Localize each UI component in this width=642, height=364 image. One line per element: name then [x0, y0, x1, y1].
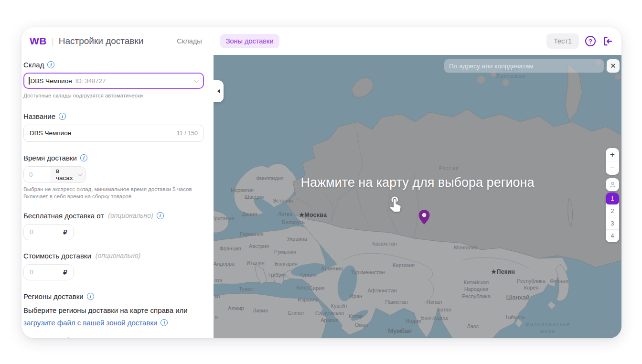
free-from-input[interactable]: 0 ₽ [23, 224, 74, 240]
warehouse-helper: Доступные склады подгрузятся автоматичес… [23, 92, 204, 100]
name-label: Название i [23, 112, 204, 120]
geolocation-button[interactable] [606, 178, 619, 191]
delivery-settings-window: WB | Настройки доставки Склады Зоны дост… [21, 27, 621, 338]
delivery-time-helper-1: Выбран не экспресс склад, минимальное вр… [23, 186, 204, 193]
map-level-button-2[interactable]: 2 [606, 205, 619, 217]
map-level-button-4[interactable]: 4 [606, 230, 619, 242]
upload-zone-file-link[interactable]: загрузите файл с вашей зоной доставки i [23, 319, 168, 327]
regions-info-icon[interactable]: i [87, 293, 94, 300]
upload-info-icon[interactable]: i [160, 319, 168, 326]
cost-input[interactable]: 0 ₽ [23, 264, 74, 280]
warehouse-label: Склад i [23, 61, 204, 69]
regions-hint: Выберите регионы доставки на карте справ… [23, 305, 204, 316]
header: WB | Настройки доставки Склады Зоны дост… [21, 27, 621, 55]
map-level-button-1[interactable]: 1 [606, 193, 619, 205]
chevron-left-icon [217, 89, 220, 93]
delivery-time-helper-2: Включает в себя время на сборку товаров [23, 193, 204, 201]
char-counter: 11 / 150 [177, 130, 198, 137]
clear-regions-link[interactable]: Очистить выбранные регионы [23, 336, 124, 338]
tabs: Склады Зоны доставки [171, 34, 279, 48]
panel-collapse-handle[interactable] [214, 80, 224, 102]
cost-label: Стоимость доставки (опционально) [23, 252, 204, 260]
map-level-button-3[interactable]: 3 [606, 217, 619, 230]
name-input[interactable]: DBS Чемпион 11 / 150 [23, 125, 204, 142]
map[interactable]: Море ЛаптевыхРоссияФинляндияНорвегияШвец… [214, 55, 621, 338]
delivery-time-label: Время доставки i [23, 154, 204, 162]
map-geography [214, 55, 621, 338]
logout-icon[interactable] [602, 36, 613, 47]
ruble-sign: ₽ [63, 268, 67, 276]
person-icon [609, 181, 616, 188]
regions-label: Регионы доставки i [23, 292, 204, 300]
user-button[interactable]: Тест1 [546, 33, 579, 49]
name-info-icon[interactable]: i [59, 113, 66, 120]
delivery-time-info-icon[interactable]: i [80, 154, 87, 161]
region-level-buttons: 1234 [606, 193, 619, 242]
warehouse-select[interactable]: DBS Чемпион ID: 348727 [23, 73, 204, 89]
help-icon[interactable]: ? [585, 36, 596, 46]
chevron-down-icon [78, 171, 83, 176]
tab-warehouses[interactable]: Склады [171, 34, 207, 48]
zoom-in-button[interactable]: + [606, 148, 619, 161]
header-right: Тест1 ? [546, 33, 613, 49]
wb-logo: WB [30, 35, 47, 47]
header-divider: | [52, 36, 54, 46]
settings-panel: Склад i DBS Чемпион ID: 348727 Доступные… [21, 55, 214, 338]
map-search-input[interactable] [444, 59, 604, 73]
free-from-info-icon[interactable]: i [157, 212, 164, 219]
page-title: Настройки доставки [59, 36, 144, 46]
warehouse-info-icon[interactable]: i [47, 61, 54, 68]
zoom-out-button[interactable]: − [606, 161, 619, 175]
delivery-time-control: 0 в часах [23, 166, 86, 183]
delivery-time-unit-select[interactable]: в часах [51, 167, 86, 182]
tab-delivery-zones[interactable]: Зоны доставки [220, 34, 279, 48]
zoom-control: + − [606, 148, 619, 175]
text-caret [29, 77, 30, 85]
map-close-button[interactable]: ✕ [607, 59, 620, 73]
ruble-sign: ₽ [63, 228, 67, 236]
delivery-time-input[interactable]: 0 [24, 167, 51, 182]
chevron-down-icon [194, 78, 199, 83]
free-from-label: Бесплатная доставка от (опционально) i [23, 212, 204, 220]
